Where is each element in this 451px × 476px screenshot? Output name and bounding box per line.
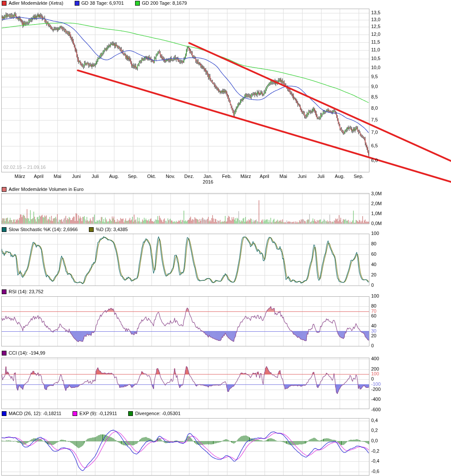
gd38-label: GD 38 Tage: 6,9701 — [82, 0, 124, 6]
gd200-swatch — [135, 1, 140, 6]
price-series-label: Adler Modemärkte (Xetra) — [9, 0, 63, 6]
legend-item: RSI (14): 23,752 — [2, 289, 44, 294]
volume-pane-legend: Adler Modemärkte Volumen in Euro — [2, 187, 84, 192]
legend-item: GD 38 Tage: 6,9701 — [75, 0, 124, 6]
volume-series-label: Adler Modemärkte Volumen in Euro — [9, 187, 84, 192]
cci-series-swatch — [2, 351, 6, 355]
price-pane-legend: Adler Modemärkte (Xetra) GD 38 Tage: 6,9… — [2, 0, 187, 6]
legend-item: Divergence: -0,05301 — [128, 411, 180, 416]
gd200-label: GD 200 Tage: 8,1679 — [142, 0, 187, 6]
date-range-label: 02.02.15 – 21.09.16 — [3, 165, 46, 170]
stochastic-k-label: Slow Stochastic %K (14): 2,6966 — [9, 227, 78, 232]
cci-pane-legend: CCI (14): -194,99 — [2, 350, 45, 355]
macd-series-label: MACD (26, 12): -0,18211 — [9, 411, 61, 416]
rsi-pane-legend: RSI (14): 23,752 — [2, 289, 44, 294]
legend-item: Adler Modemärkte Volumen in Euro — [2, 187, 84, 192]
legend-item: Adler Modemärkte (Xetra) — [2, 0, 63, 6]
rsi-series-swatch — [2, 289, 6, 294]
macd-divergence-label: Divergence: -0,05301 — [135, 411, 180, 416]
chart-page: { "date_range_label": "02.02.15 – 21.09.… — [0, 0, 451, 476]
stochastic-d-label: %D (3): 3,4385 — [96, 227, 128, 232]
legend-item: GD 200 Tage: 8,1679 — [135, 0, 187, 6]
cci-series-label: CCI (14): -194,99 — [9, 350, 45, 355]
macd-pane-legend: MACD (26, 12): -0,18211 EXP (9): -0,1291… — [2, 411, 180, 416]
macd-signal-swatch — [73, 411, 77, 416]
stochastic-pane-legend: Slow Stochastic %K (14): 2,6966 %D (3): … — [2, 227, 128, 232]
macd-signal-label: EXP (9): -0,12911 — [79, 411, 117, 416]
volume-series-swatch — [2, 187, 6, 192]
legend-item: Slow Stochastic %K (14): 2,6966 — [2, 227, 78, 232]
legend-item: CCI (14): -194,99 — [2, 350, 45, 355]
gd38-swatch — [75, 1, 79, 6]
macd-series-swatch — [2, 411, 6, 416]
legend-item: MACD (26, 12): -0,18211 — [2, 411, 61, 416]
chart-canvas — [0, 0, 451, 476]
legend-item: EXP (9): -0,12911 — [73, 411, 117, 416]
legend-item: %D (3): 3,4385 — [89, 227, 128, 232]
price-series-swatch — [2, 1, 6, 6]
stochastic-d-swatch — [89, 227, 94, 232]
stochastic-k-swatch — [2, 227, 6, 232]
rsi-series-label: RSI (14): 23,752 — [9, 289, 44, 294]
macd-divergence-swatch — [128, 411, 133, 416]
